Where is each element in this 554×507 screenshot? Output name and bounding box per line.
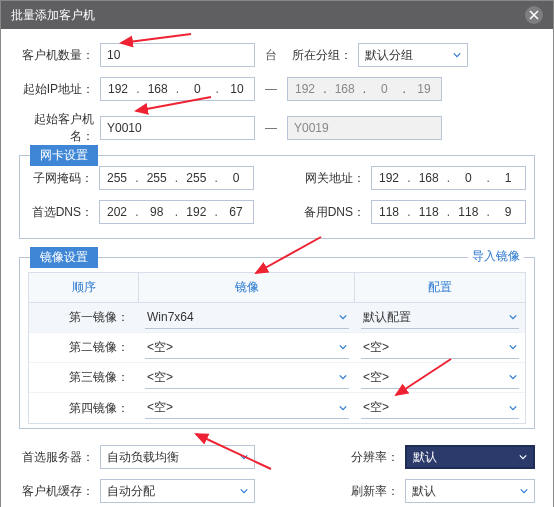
nic-legend: 网卡设置 <box>30 145 98 166</box>
pref-server-label: 首选服务器： <box>19 449 94 466</box>
end-name-display <box>287 116 442 140</box>
refresh-select[interactable]: 默认 <box>405 479 535 503</box>
config1-select[interactable]: 默认配置 <box>361 307 519 329</box>
col-config: 配置 <box>355 273 525 302</box>
group-label: 所在分组： <box>287 47 352 64</box>
col-mirror: 镜像 <box>139 273 355 302</box>
mirror3-select[interactable]: <空> <box>145 367 349 389</box>
client-count-label: 客户机数量： <box>19 47 94 64</box>
client-cache-label: 客户机缓存： <box>19 483 94 500</box>
mirror-table: 顺序 镜像 配置 第一镜像： Win7x64 默认配置 第二镜像： <空> <空… <box>28 272 526 424</box>
dns1-input[interactable]: . . . <box>99 200 254 224</box>
gateway-label: 网关地址： <box>300 170 365 187</box>
dns2-label: 备用DNS： <box>300 204 365 221</box>
chevron-down-icon <box>509 370 517 384</box>
chevron-down-icon <box>453 48 461 62</box>
mirror-thead: 顺序 镜像 配置 <box>29 273 525 303</box>
dns1-label: 首选DNS： <box>28 204 93 221</box>
mirror4-select[interactable]: <空> <box>145 397 349 419</box>
close-icon[interactable] <box>525 6 543 24</box>
dns2-input[interactable]: . . . <box>371 200 526 224</box>
group-select[interactable]: 默认分组 <box>358 43 468 67</box>
dialog: 批量添加客户机 客户机数量： 台 所在分组： 默认分组 起始IP地址： . . … <box>0 0 554 507</box>
client-count-input[interactable] <box>100 43 255 67</box>
dialog-body: 客户机数量： 台 所在分组： 默认分组 起始IP地址： . . . — . . … <box>1 29 553 507</box>
group-value: 默认分组 <box>365 47 413 64</box>
start-name-input[interactable] <box>100 116 255 140</box>
client-cache-select[interactable]: 自动分配 <box>100 479 255 503</box>
start-name-label: 起始客户机名： <box>19 111 94 145</box>
chevron-down-icon <box>509 340 517 354</box>
chevron-down-icon <box>520 484 528 498</box>
table-row: 第二镜像： <空> <空> <box>29 333 525 363</box>
chevron-down-icon <box>339 370 347 384</box>
config3-select[interactable]: <空> <box>361 367 519 389</box>
table-row: 第三镜像： <空> <空> <box>29 363 525 393</box>
refresh-label: 刷新率： <box>334 483 399 500</box>
start-ip-label: 起始IP地址： <box>19 81 94 98</box>
resolution-select[interactable]: 默认 <box>405 445 535 469</box>
subnet-input[interactable]: . . . <box>99 166 254 190</box>
chevron-down-icon <box>339 401 347 415</box>
dash: — <box>265 82 277 96</box>
start-ip-input[interactable]: . . . <box>100 77 255 101</box>
mirror1-select[interactable]: Win7x64 <box>145 307 349 329</box>
mirror-legend: 镜像设置 <box>30 247 98 268</box>
chevron-down-icon <box>519 450 527 464</box>
config4-select[interactable]: <空> <box>361 397 519 419</box>
pref-server-select[interactable]: 自动负载均衡 <box>100 445 255 469</box>
table-row: 第一镜像： Win7x64 默认配置 <box>29 303 525 333</box>
mirror-fieldset: 镜像设置 导入镜像 顺序 镜像 配置 第一镜像： Win7x64 默认配置 第二… <box>19 257 535 429</box>
gateway-input[interactable]: . . . <box>371 166 526 190</box>
chevron-down-icon <box>509 401 517 415</box>
subnet-label: 子网掩码： <box>28 170 93 187</box>
mirror2-select[interactable]: <空> <box>145 337 349 359</box>
table-row: 第四镜像： <空> <空> <box>29 393 525 423</box>
chevron-down-icon <box>339 310 347 324</box>
dialog-title: 批量添加客户机 <box>11 1 95 29</box>
resolution-label: 分辨率： <box>334 449 399 466</box>
chevron-down-icon <box>509 310 517 324</box>
unit-tai: 台 <box>265 47 277 64</box>
chevron-down-icon <box>339 340 347 354</box>
chevron-down-icon <box>240 484 248 498</box>
chevron-down-icon <box>240 450 248 464</box>
col-order: 顺序 <box>29 273 139 302</box>
import-mirror-link[interactable]: 导入镜像 <box>468 248 524 265</box>
titlebar: 批量添加客户机 <box>1 1 553 29</box>
svg-line-0 <box>121 34 191 43</box>
config2-select[interactable]: <空> <box>361 337 519 359</box>
nic-fieldset: 网卡设置 子网掩码： . . . 网关地址： . . . <box>19 155 535 239</box>
end-ip-display: . . . <box>287 77 442 101</box>
